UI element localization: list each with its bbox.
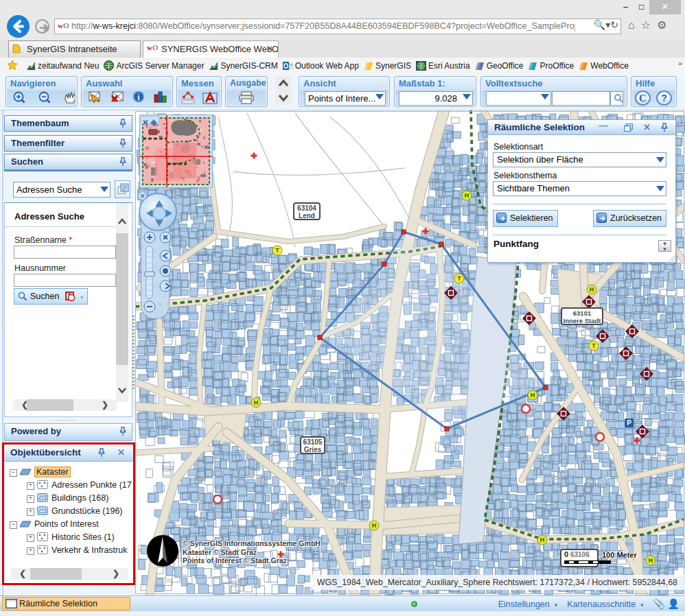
svg-text:T: T <box>457 275 461 282</box>
svg-text:T: T <box>592 342 596 349</box>
svg-text:H: H <box>531 392 535 399</box>
svg-text:H: H <box>540 536 545 543</box>
svg-text:H: H <box>465 192 469 199</box>
svg-text:T: T <box>275 247 279 254</box>
svg-text:H: H <box>649 557 653 564</box>
svg-text:H: H <box>372 522 377 529</box>
svg-text:H: H <box>254 399 259 406</box>
svg-text:P: P <box>627 419 631 427</box>
svg-text:H: H <box>590 286 594 293</box>
